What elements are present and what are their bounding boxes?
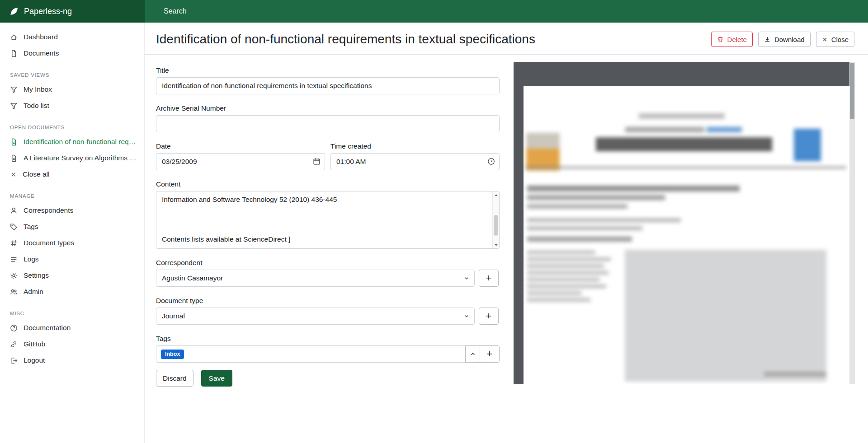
sidebar-item-label: Settings (24, 271, 49, 280)
sidebar-item-tags[interactable]: Tags (0, 219, 144, 235)
sidebar-item-label: Todo list (24, 102, 49, 110)
date-field-group: Date (156, 142, 325, 170)
preview-scrollbar[interactable] (849, 62, 855, 384)
date-input[interactable] (156, 153, 325, 170)
delete-button[interactable]: Delete (711, 32, 753, 47)
preview-blur-line (527, 271, 609, 275)
hash-icon (10, 239, 18, 247)
tags-dropdown-toggle-button[interactable] (465, 345, 480, 363)
people-icon (10, 288, 18, 296)
pdf-page-blurred-content (524, 86, 849, 384)
content-textarea[interactable]: Information and Software Technology 52 (… (156, 191, 500, 249)
sidebar-item-settings[interactable]: Settings (0, 267, 144, 284)
archive-serial-number-input[interactable] (156, 115, 500, 132)
preview-blur-line (527, 251, 595, 254)
document-page-header: Identification of non-functional require… (145, 23, 868, 55)
download-button[interactable]: Download (758, 32, 811, 47)
archive-serial-number-label: Archive Serial Number (156, 104, 500, 112)
document-type-field-group: Document type Journal + (156, 297, 500, 325)
sidebar-item-logout[interactable]: Logout (0, 352, 144, 368)
file-text-icon (10, 138, 18, 146)
sidebar-open-document-1[interactable]: Identification of non-functional require… (0, 134, 144, 150)
correspondent-selected-value: Agustin Casamayor (162, 274, 223, 282)
correspondent-select[interactable]: Agustin Casamayor (156, 270, 475, 287)
sidebar-item-correspondents[interactable]: Correspondents (0, 202, 144, 219)
file-icon (10, 50, 18, 57)
discard-button[interactable]: Discard (156, 370, 193, 387)
sidebar-item-label: Dashboard (24, 33, 58, 41)
scroll-down-arrow-icon[interactable] (493, 242, 499, 248)
form-actions: Discard Save (156, 370, 500, 387)
preview-blur-line (527, 278, 599, 281)
preview-blur-line (527, 204, 627, 209)
preview-blur-left-logo (526, 133, 560, 171)
download-icon (764, 36, 771, 43)
tags-field-group: Tags Inbox + (156, 335, 500, 363)
preview-blur-line (639, 113, 725, 119)
link-icon (10, 340, 18, 348)
tag-badge-inbox[interactable]: Inbox (161, 350, 184, 359)
search-input[interactable] (145, 0, 868, 23)
date-time-row: Date Time created (156, 142, 500, 170)
sidebar-item-logs[interactable]: Logs (0, 251, 144, 267)
sidebar-item-label: My Inbox (24, 85, 52, 93)
save-button[interactable]: Save (201, 370, 232, 387)
preview-blur-rule (525, 167, 846, 168)
trash-icon (717, 36, 724, 43)
sidebar-item-document-types[interactable]: Document types (0, 235, 144, 251)
tags-input[interactable]: Inbox (156, 345, 466, 363)
preview-blur-banner (596, 137, 772, 151)
sidebar-item-label: Identification of non-functional require… (24, 138, 138, 146)
sidebar-item-label: Documents (24, 49, 59, 57)
preview-blur-line (527, 186, 740, 191)
sidebar-item-label: GitHub (24, 340, 45, 348)
document-type-select[interactable]: Journal (156, 308, 475, 325)
chevron-down-icon (463, 275, 470, 281)
funnel-icon (10, 102, 18, 110)
leaf-logo-icon (9, 6, 19, 16)
content-line-2: Contents lists available at ScienceDirec… (162, 235, 486, 243)
sidebar-item-my-inbox[interactable]: My Inbox (0, 81, 144, 98)
clock-icon[interactable] (487, 158, 495, 165)
document-type-selected-value: Journal (162, 312, 185, 320)
calendar-icon[interactable] (313, 158, 321, 165)
sidebar-item-documentation[interactable]: Documentation (0, 320, 144, 336)
content-scrollbar[interactable] (492, 191, 499, 248)
preview-blur-line (527, 218, 681, 222)
content-scrollbar-thumb[interactable] (494, 215, 498, 236)
preview-blur-abstract-block (625, 250, 826, 382)
file-text-icon (10, 154, 18, 162)
sidebar-item-admin[interactable]: Admin (0, 284, 144, 300)
close-button[interactable]: Close (816, 32, 854, 47)
add-tag-button[interactable]: + (480, 345, 500, 363)
close-button-label: Close (831, 36, 849, 43)
preview-blur-line (527, 264, 604, 268)
sidebar-open-document-2[interactable]: A Literature Survey on Algorithms for Mu… (0, 150, 144, 166)
sidebar-item-close-all[interactable]: Close all (0, 166, 144, 182)
sidebar-section-misc: MISC (0, 300, 144, 320)
close-icon (822, 37, 828, 42)
time-created-input[interactable] (330, 153, 500, 170)
pdf-preview-viewer[interactable] (514, 62, 855, 384)
sidebar-item-dashboard[interactable]: Dashboard (0, 29, 144, 45)
asn-field-group: Archive Serial Number (156, 104, 500, 132)
document-detail-content: Title Archive Serial Number Date (145, 55, 868, 387)
top-navbar: Paperless-ng (0, 0, 868, 23)
sidebar-item-label: Document types (24, 239, 74, 247)
title-input[interactable] (156, 77, 500, 94)
add-correspondent-button[interactable]: + (479, 270, 499, 287)
person-icon (10, 207, 18, 215)
tag-icon (10, 223, 18, 231)
sidebar-item-documents[interactable]: Documents (0, 45, 144, 61)
preview-scrollbar-thumb[interactable] (850, 63, 854, 119)
app-brand[interactable]: Paperless-ng (0, 0, 145, 23)
scroll-up-arrow-icon[interactable] (493, 192, 499, 198)
sidebar-section-open-documents: OPEN DOCUMENTS (0, 114, 144, 134)
sidebar-item-github[interactable]: GitHub (0, 336, 144, 352)
close-icon (10, 171, 17, 178)
sidebar-item-todo-list[interactable]: Todo list (0, 98, 144, 114)
tags-label: Tags (156, 335, 500, 343)
preview-blur-line (707, 127, 742, 132)
sidebar-item-label: Tags (24, 223, 38, 231)
add-document-type-button[interactable]: + (479, 308, 499, 325)
